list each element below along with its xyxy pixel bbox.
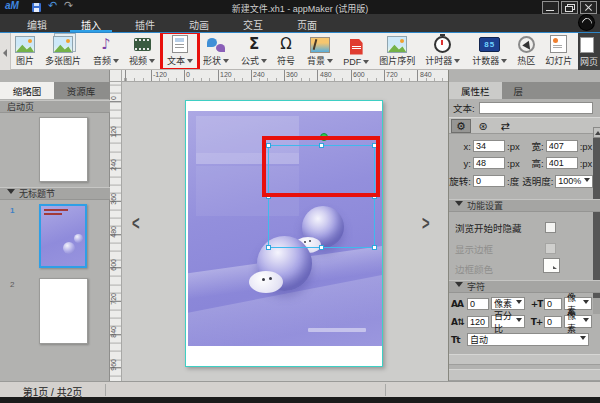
toolbar-label: 图片序列	[379, 54, 415, 67]
prev-page-arrow[interactable]: <	[132, 212, 140, 235]
tab-layers[interactable]: 层	[502, 82, 536, 99]
case-dropdown[interactable]: 自动	[467, 333, 589, 346]
hide-on-start-checkbox[interactable]	[545, 222, 556, 233]
toolbar-counter-button[interactable]: 85 计数器	[467, 33, 512, 69]
insert-toolbar: 图片 多张图片 ♪ 音频 视频 文本 形状 Σ 公式 Ω	[0, 33, 600, 70]
toolbar-audio-button[interactable]: ♪ 音频	[88, 33, 124, 69]
tracking-icon: AA	[451, 299, 467, 309]
ruler-tick-label: 240	[253, 71, 265, 78]
launch-page-thumbnail[interactable]	[39, 117, 88, 182]
ruler-tick-label: 720	[110, 293, 122, 305]
section-function-settings[interactable]: 功能设置	[449, 199, 600, 212]
border-color-swatch[interactable]	[543, 258, 560, 273]
toolbar-picture-button[interactable]: 图片	[10, 33, 40, 69]
redo-icon[interactable]: ↷	[64, 0, 73, 12]
menu-tab-animation[interactable]: 动画	[172, 14, 226, 32]
app-badge-icon[interactable]	[579, 15, 594, 30]
section-launch-page[interactable]: 启动页	[0, 100, 110, 113]
text-input[interactable]	[479, 102, 593, 114]
toolbar-slideshow-button[interactable]: 幻灯片	[540, 33, 577, 69]
baseline-input[interactable]	[544, 298, 562, 310]
toolbar-multi-picture-button[interactable]: 多张图片	[40, 33, 86, 69]
tracking-input[interactable]	[467, 298, 489, 310]
opacity-dropdown[interactable]: 100%	[555, 175, 593, 188]
thumbnail-sidebar: 缩略图 资源库 启动页 无标题节 1 2	[0, 70, 110, 381]
collapsed-section-bar[interactable]	[449, 369, 600, 381]
unit-value: 像素	[567, 309, 581, 335]
minimize-button[interactable]	[542, 1, 559, 14]
dropdown-arrow-icon	[584, 178, 590, 185]
panel-scrollbar-thumb[interactable]	[593, 138, 600, 298]
toolbar-formula-button[interactable]: Σ 公式	[236, 33, 272, 69]
tab-resource-library[interactable]: 资源库	[54, 82, 108, 99]
text-document-icon	[172, 35, 188, 53]
ruler-tick-label: 120	[110, 126, 122, 138]
swap-arrows-icon[interactable]: ⇄	[495, 119, 515, 133]
collapse-triangle-icon	[455, 282, 463, 291]
show-border-checkbox	[545, 243, 556, 254]
background-beach-icon	[310, 37, 330, 53]
menu-tab-interaction[interactable]: 交互	[226, 14, 280, 32]
toolbar-scroll-left-button[interactable]	[0, 33, 11, 70]
toolbar-text-button[interactable]: 文本	[162, 33, 198, 69]
ruler-tick-label: 480	[110, 226, 122, 238]
menu-tab-plugin[interactable]: 插件	[118, 14, 172, 32]
restore-button[interactable]	[561, 1, 578, 14]
toolbar-timer-button[interactable]: 计时器	[420, 33, 465, 69]
dropdown-arrow-icon	[327, 59, 333, 66]
width-input[interactable]	[546, 140, 578, 152]
gear-icon[interactable]: ⚙	[451, 119, 471, 133]
line-height-unit-dropdown[interactable]: 百分比	[491, 315, 525, 328]
px-unit: :px	[580, 158, 593, 169]
line-height-input[interactable]	[467, 316, 489, 328]
dropdown-arrow-icon	[187, 59, 193, 66]
menu-tab-edit[interactable]: 编辑	[10, 14, 64, 32]
toolbar-hotzone-button[interactable]: 热区	[512, 33, 540, 69]
menu-tab-insert[interactable]: 插入	[64, 14, 118, 32]
section-untitled[interactable]: 无标题节	[0, 187, 110, 200]
tab-thumbnails[interactable]: 缩略图	[0, 82, 54, 99]
menu-tab-page[interactable]: 页面	[280, 14, 334, 32]
next-page-arrow[interactable]: >	[422, 212, 430, 235]
px-unit: :px	[507, 141, 520, 152]
baseline-shift2-icon: T+	[529, 317, 544, 327]
toolbar-picture-sequence-button[interactable]: 图片序列	[374, 33, 420, 69]
ruler-tick-label: 360	[286, 71, 298, 78]
toolbar-symbol-button[interactable]: Ω 符号	[272, 33, 300, 69]
window-controls	[542, 1, 597, 14]
baseline2-input[interactable]	[544, 316, 562, 328]
y-input[interactable]	[473, 157, 505, 169]
toolbar-video-button[interactable]: 视频	[124, 33, 160, 69]
dropdown-arrow-icon	[583, 318, 589, 325]
panel-scroll-up-button[interactable]	[593, 127, 600, 138]
document-page[interactable]	[185, 100, 383, 367]
save-icon[interactable]	[32, 3, 41, 12]
toolbar-background-button[interactable]: 背景	[302, 33, 338, 69]
toolbar-webpage-button[interactable]: 网页	[578, 33, 600, 70]
resize-handle-s[interactable]	[319, 245, 324, 250]
show-border-row: 显示边框	[455, 242, 493, 256]
statusbar-divider	[105, 384, 106, 396]
page1-thumbnail[interactable]	[39, 204, 87, 268]
ruler-tick-label: 600	[353, 71, 365, 78]
dropdown-arrow-icon	[113, 59, 119, 66]
tab-properties[interactable]: 属性栏	[449, 82, 502, 99]
reel-icon[interactable]: ⊛	[473, 119, 493, 133]
toolbar-pdf-button[interactable]: PDF	[338, 33, 374, 69]
baseline2-unit-dropdown[interactable]: 像素	[564, 315, 592, 328]
undo-icon[interactable]: ↶	[48, 0, 57, 12]
toolbar-label: 公式	[241, 54, 259, 67]
collapsed-section-bar[interactable]	[449, 354, 600, 365]
glass-snail-large-body	[249, 271, 283, 293]
rotation-input[interactable]	[473, 175, 505, 187]
close-button[interactable]	[580, 1, 597, 14]
resize-handle-sw[interactable]	[266, 245, 271, 250]
x-input[interactable]	[473, 140, 505, 152]
toolbar-label: 热区	[517, 54, 535, 67]
height-input[interactable]	[546, 157, 578, 169]
resize-handle-se[interactable]	[372, 245, 377, 250]
canvas-area[interactable]: -120 0 120 240 360 480 600 720 840 0 120…	[110, 70, 448, 381]
deg-unit: :度	[507, 174, 519, 188]
page2-thumbnail[interactable]	[39, 278, 88, 344]
toolbar-shape-button[interactable]: 形状	[198, 33, 234, 69]
